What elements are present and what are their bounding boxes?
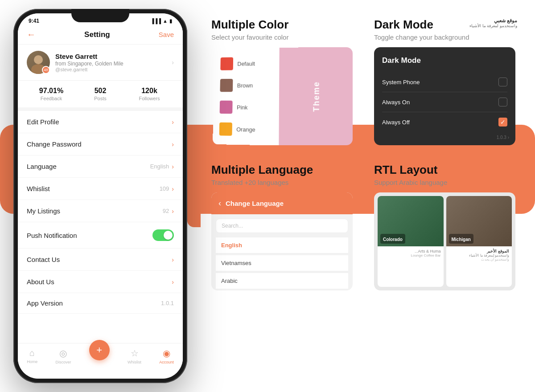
menu-item-change-password[interactable]: Change Password ›: [18, 133, 183, 155]
nav-account[interactable]: ◉ Account: [159, 348, 174, 364]
account-icon: ◉: [163, 348, 170, 359]
dark-option-always-off: Always Off: [382, 119, 410, 126]
stats-row: 97.01% Feedback 502 Posts 120k Followers: [18, 81, 183, 111]
menu-item-whislist[interactable]: Whislist 109 ›: [18, 178, 183, 200]
version-label: 1.0.3 ›: [497, 135, 509, 140]
nav-account-label: Account: [159, 360, 174, 364]
feature-title: RTL Layout: [374, 163, 515, 177]
arrow-icon: ›: [172, 278, 174, 286]
app-header: ← Setting Save: [18, 26, 183, 45]
color-theme-image: Theme Default Brown: [211, 47, 353, 145]
whislist-count: 109: [160, 185, 169, 192]
feature-subtitle: Support Arabic language: [374, 179, 515, 186]
arrow-icon: ›: [172, 185, 174, 192]
home-icon: ⌂: [29, 348, 35, 358]
checkbox-always-on: [498, 98, 507, 106]
back-button[interactable]: ←: [27, 29, 36, 40]
theme-label: Theme: [311, 81, 321, 112]
menu-label: My Listings: [27, 207, 60, 215]
side-orange-accent: [187, 147, 201, 227]
arrow-icon: ›: [172, 118, 174, 126]
rtl-card-title-colorado: Colorado: [383, 237, 403, 242]
checkbox-system: [498, 78, 507, 86]
phone-notch: [71, 9, 129, 22]
app-version-item: App Version 1.0.1: [18, 293, 183, 314]
change-language-header: Change Language: [226, 200, 284, 207]
rtl-card-michigan: Michigan الموقع الأخبر واستخدمو لمعرفة م…: [446, 196, 512, 287]
feature-title: Multiple Color: [211, 18, 353, 32]
rtl-card-arts: Arts & Huma...: [380, 249, 441, 253]
color-brown-label: Brown: [237, 82, 253, 89]
arrow-icon: ›: [172, 163, 174, 170]
push-notification-toggle[interactable]: [152, 229, 174, 241]
menu-label: Edit Profile: [27, 118, 59, 126]
nav-discover[interactable]: ◎ Discover: [55, 348, 71, 364]
rtl-card-title-michigan: Michigan: [452, 237, 471, 242]
profile-handle: @steve.garrett: [55, 67, 166, 72]
nav-whislist[interactable]: ☆ Whislist: [128, 348, 141, 364]
app-version-label: App Version: [27, 299, 63, 307]
profile-section[interactable]: 48 Steve Garrett from Singapore, Golden …: [18, 45, 183, 81]
nav-discover-label: Discover: [55, 360, 71, 364]
rtl-arabic-sub: واستخدمو لمعرفة ما الأشياء: [449, 253, 510, 257]
profile-name: Steve Garrett: [55, 53, 166, 60]
app-version-value: 1.0.1: [161, 300, 174, 306]
phone-mockup: 9:41 ▐▐▐ ▲ ▮ ← Setting Save: [13, 9, 187, 383]
whislist-icon: ☆: [131, 348, 139, 359]
arrow-icon: ›: [172, 256, 174, 263]
dark-mode-image: Dark Mode System Phone Always On Always …: [374, 47, 515, 145]
screen-title: Setting: [84, 30, 110, 39]
lang-option-english: English: [216, 237, 348, 253]
battery-icon: ▮: [169, 18, 172, 24]
menu-label: About Us: [27, 278, 54, 286]
status-time: 9:41: [29, 18, 39, 24]
color-default-label: Default: [237, 60, 255, 67]
feature-multiple-language: Multiple Language Translated +20 languag…: [201, 154, 363, 290]
language-image: ‹ Change Language Search... English Viet…: [211, 192, 353, 290]
feature-rtl-layout: RTL Layout Support Arabic language Color…: [363, 154, 526, 290]
stat-followers-label: Followers: [125, 96, 174, 101]
lang-option-arabic: Arabic: [216, 273, 348, 289]
menu-item-push-notification[interactable]: Push Notification: [18, 222, 183, 249]
profile-info: Steve Garrett from Singapore, Golden Mil…: [55, 53, 166, 72]
rtl-arabic-title: الموقع الأخبر: [449, 249, 510, 253]
svg-point-0: [34, 55, 43, 64]
stat-posts: 502 Posts: [76, 87, 125, 101]
feature-multiple-color: Multiple Color Select your favourite col…: [201, 9, 363, 145]
stat-feedback: 97.01% Feedback: [27, 87, 76, 101]
plus-icon: +: [96, 345, 102, 355]
features-area: Multiple Color Select your favourite col…: [201, 9, 526, 290]
menu-label: Change Password: [27, 140, 82, 148]
stat-posts-value: 502: [76, 87, 125, 95]
feature-dark-mode: Dark Mode Toggle change your background …: [363, 9, 526, 145]
menu-item-my-listings[interactable]: My Listings 92 ›: [18, 200, 183, 222]
stat-followers-value: 120k: [125, 87, 174, 95]
stat-followers: 120k Followers: [125, 87, 174, 101]
dark-option-always-on: Always On: [382, 99, 410, 106]
rtl-lounge: Lounge Coffee Bar: [380, 253, 441, 257]
wifi-icon: ▲: [163, 18, 168, 24]
nav-home[interactable]: ⌂ Home: [27, 348, 37, 364]
stat-posts-label: Posts: [76, 96, 125, 101]
feature-subtitle: Toggle change your background: [374, 33, 515, 41]
nav-add-button[interactable]: +: [89, 340, 110, 360]
menu-item-contact-us[interactable]: Contact Us ›: [18, 249, 183, 271]
dark-mode-title: Dark Mode: [382, 56, 507, 65]
back-icon: ‹: [218, 199, 221, 208]
save-button[interactable]: Save: [159, 31, 174, 38]
feature-subtitle: Translated +20 languages: [211, 179, 353, 186]
discover-icon: ◎: [59, 348, 67, 359]
checkbox-always-off-checked: ✓: [498, 118, 507, 127]
toggle-thumb: [164, 231, 173, 240]
listings-count: 92: [163, 208, 169, 214]
menu-item-edit-profile[interactable]: Edit Profile ›: [18, 111, 183, 133]
arrow-icon: ›: [172, 208, 174, 215]
search-field: Search...: [216, 219, 348, 233]
feature-subtitle: Select your favourite color: [211, 33, 353, 41]
menu-label: Language: [27, 163, 57, 170]
rtl-image: Colorado Arts & Huma... Lounge Coffee Ba…: [374, 192, 515, 290]
stat-feedback-value: 97.01%: [27, 87, 76, 95]
menu-item-about-us[interactable]: About Us ›: [18, 271, 183, 293]
menu-item-language[interactable]: Language English ›: [18, 155, 183, 178]
bottom-nav: ⌂ Home ◎ Discover + ☆ Whislist: [18, 343, 183, 378]
